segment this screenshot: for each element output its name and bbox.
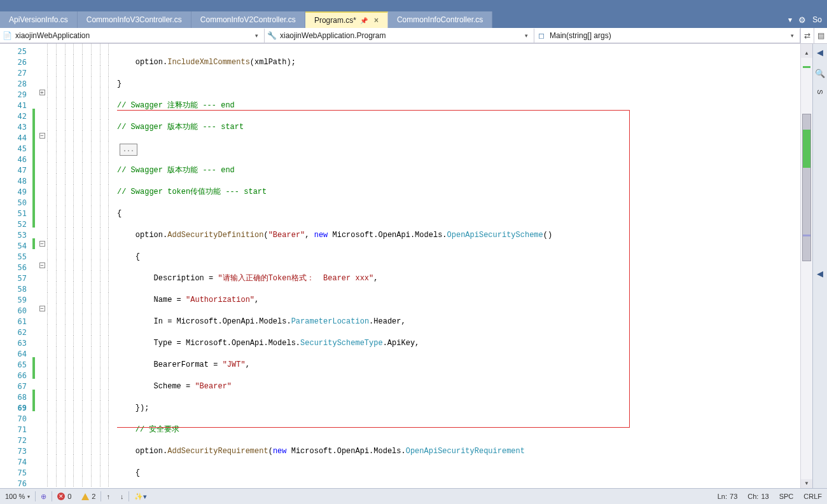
fold-toggle[interactable]: − — [39, 133, 45, 139]
fold-toggle[interactable]: + — [39, 90, 45, 95]
code-editor[interactable]: 2526272829414243444546474849505152535455… — [0, 44, 812, 488]
fold-toggle[interactable]: − — [39, 262, 45, 268]
search-icon[interactable]: 🔍 — [815, 69, 825, 78]
search-label: S — [816, 90, 824, 94]
method-icon: ◻ — [534, 31, 548, 40]
main-toolbar[interactable] — [0, 0, 827, 11]
member-scope-dropdown[interactable]: ◻ Main(string[] args) ▾ — [534, 29, 800, 43]
annotation-highlight-box — [117, 110, 630, 428]
change-marker-gutter — [32, 44, 37, 488]
collapsed-tool-window[interactable]: ◀ 🔍 S ◀ — [812, 44, 827, 488]
scroll-down-button[interactable]: ▼ — [801, 479, 812, 488]
nav-fwd-button[interactable]: ↓ — [115, 493, 129, 500]
line-ending[interactable]: CRLF — [798, 493, 827, 500]
intellicode-button[interactable]: ✨▾ — [129, 493, 152, 501]
project-scope-dropdown[interactable]: 📄 xiaojinWebApplication ▾ — [0, 29, 265, 43]
caret-col: Ch: 13 — [742, 493, 774, 500]
nav-back-button[interactable]: ↑ — [101, 493, 115, 500]
output-indicator[interactable]: ⊕ — [36, 493, 52, 501]
change-marker — [803, 130, 810, 168]
side-label: So — [812, 15, 822, 24]
gear-icon[interactable]: ⚙ — [798, 15, 806, 25]
swap-button[interactable]: ⇄ — [800, 28, 814, 43]
project-icon: 📄 — [0, 31, 14, 40]
pin-icon[interactable]: 📌 — [360, 17, 368, 24]
chevron-down-icon: ▾ — [521, 32, 534, 39]
indent-mode[interactable]: SPC — [774, 493, 799, 500]
close-icon[interactable]: × — [374, 16, 379, 25]
fold-toggle[interactable]: − — [39, 241, 45, 247]
warning-count[interactable]: 2 — [76, 493, 101, 500]
line-number-gutter: 2526272829414243444546474849505152535455… — [0, 44, 32, 488]
outlining-gutter[interactable]: +−−−− — [37, 44, 47, 488]
collapsed-region[interactable]: ... — [120, 144, 137, 156]
arrow-left-icon[interactable]: ◀ — [817, 269, 823, 278]
fold-toggle[interactable]: − — [39, 306, 45, 311]
error-count[interactable]: ✕0 — [52, 493, 76, 500]
arrow-left-icon[interactable]: ◀ — [817, 48, 823, 57]
change-marker — [803, 66, 810, 68]
tab-program-cs[interactable]: Program.cs* 📌 × — [305, 11, 388, 28]
code-area[interactable]: option.IncludeXmlComments(xmlPath); } //… — [117, 44, 800, 488]
class-icon: 🔧 — [265, 31, 279, 40]
navigation-bar: 📄 xiaojinWebApplication ▾ 🔧 xiaojinWebAp… — [0, 28, 827, 44]
tab-commoninfo[interactable]: CommonInfoController.cs — [388, 11, 492, 28]
split-button[interactable]: ▤ — [814, 28, 827, 43]
status-bar: 100 % ▾ ⊕ ✕0 2 ↑ ↓ ✨▾ Ln: 73 Ch: 13 SPC … — [0, 488, 827, 504]
tab-commoninfov3[interactable]: CommonInfoV3Controller.cs — [78, 11, 191, 28]
caret-marker — [803, 235, 810, 236]
chevron-down-icon: ▾ — [787, 32, 800, 39]
chevron-down-icon: ▾ — [251, 32, 264, 39]
type-scope-dropdown[interactable]: 🔧 xiaojinWebApplication.Program ▾ — [265, 29, 534, 43]
tabs-overflow-menu[interactable]: ▾ — [788, 15, 792, 24]
document-tabs: ApiVersionInfo.cs CommonInfoV3Controller… — [0, 11, 827, 28]
indent-guides — [47, 44, 117, 488]
tab-apiversioninfo[interactable]: ApiVersionInfo.cs — [0, 11, 78, 28]
caret-line: Ln: 73 — [712, 493, 743, 500]
vertical-scrollbar[interactable]: ▲ ▼ — [800, 44, 812, 488]
zoom-level[interactable]: 100 % ▾ — [0, 493, 35, 500]
tab-commoninfov2[interactable]: CommonInfoV2Controller.cs — [191, 11, 305, 28]
scroll-up-button[interactable]: ▲ — [801, 49, 812, 58]
